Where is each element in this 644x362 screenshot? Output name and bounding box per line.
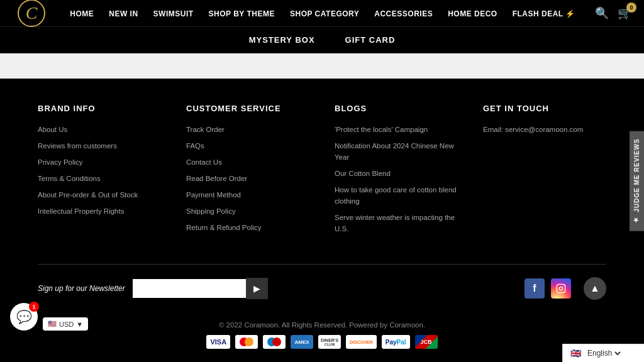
footer-link[interactable]: Reviews from customers — [38, 142, 117, 150]
footer-link[interactable]: About Us — [38, 126, 67, 133]
footer-link[interactable]: Notification About 2024 Chinese New Year — [335, 142, 454, 161]
svg-rect-0 — [557, 284, 565, 292]
footer-section-brand-info: BRAND INFOAbout UsReviews from customers… — [38, 104, 161, 239]
footer-section-blogs: BLOGS'Protect the locals' CampaignNotifi… — [335, 104, 458, 239]
footer-link[interactable]: FAQs — [186, 142, 204, 150]
language-selector[interactable]: 🇬🇧 English — [562, 344, 644, 362]
star-icon: ★ — [633, 216, 640, 224]
paypal-icon: PayPal — [382, 335, 410, 349]
svg-point-2 — [563, 285, 564, 287]
visa-icon: VISA — [206, 335, 230, 349]
footer-link[interactable]: Read Before Order — [186, 175, 247, 182]
maestro-icon — [263, 335, 286, 349]
footer-section-title-brand-info: BRAND INFO — [38, 104, 161, 113]
scroll-top-button[interactable]: ▲ — [584, 277, 606, 300]
nav-link-accessories[interactable]: ACCESSORIES — [374, 9, 433, 18]
primary-nav: HOMENEW INSWIMSUITSHOP BY THEMESHOP CATE… — [70, 8, 575, 19]
footer-link[interactable]: Track Order — [186, 126, 225, 133]
social-icons: f — [525, 278, 571, 299]
reviews-label: JUDGE ME REVIEWS — [633, 138, 640, 212]
newsletter-submit[interactable]: ▶ — [246, 278, 268, 299]
footer-section-title-customer-service: CUSTOMER SERVICE — [186, 104, 309, 113]
cart-count: 0 — [626, 3, 636, 13]
hero-strip — [0, 53, 644, 79]
footer-section-title-blogs: BLOGS — [335, 104, 458, 113]
footer-link[interactable]: Terms & Conditions — [38, 175, 101, 182]
footer-columns: BRAND INFOAbout UsReviews from customers… — [38, 104, 606, 258]
footer-section-get-in-touch: GET IN TOUCHEmail: service@coramoon.com — [483, 104, 606, 239]
footer-section-customer-service: CUSTOMER SERVICETrack OrderFAQsContact U… — [186, 104, 309, 239]
nav-link-home-deco[interactable]: HOME DECO — [448, 9, 497, 18]
footer-section-title-get-in-touch: GET IN TOUCH — [483, 104, 606, 113]
language-select[interactable]: English — [585, 348, 623, 358]
footer-link[interactable]: Return & Refund Policy — [186, 224, 262, 231]
discover-icon: DISCOVER — [346, 335, 377, 349]
newsletter-input[interactable] — [133, 279, 246, 298]
footer-link[interactable]: Privacy Policy — [38, 158, 83, 166]
search-button[interactable]: 🔍 — [595, 6, 609, 20]
currency-flag: 🇺🇸 — [48, 320, 57, 328]
logo[interactable]: C — [13, 0, 50, 27]
currency-selector[interactable]: 🇺🇸 USD ▼ — [43, 317, 88, 331]
footer-link[interactable]: How to take good care of cotton blend cl… — [335, 186, 457, 205]
site-footer: BRAND INFOAbout UsReviews from customers… — [0, 79, 644, 361]
secondary-nav: MYSTERY BOXGIFT CARD — [0, 26, 644, 53]
bottom-nav-link-mystery-box[interactable]: MYSTERY BOX — [249, 35, 315, 45]
footer-link[interactable]: About Pre-order & Out of Stock — [38, 191, 138, 199]
nav-icons: 🔍 🛒 0 — [595, 6, 631, 20]
footer-link[interactable]: 'Protect the locals' Campaign — [335, 126, 428, 133]
footer-divider — [38, 264, 606, 265]
jcb-icon: JCB — [415, 335, 438, 349]
payment-icons: VISA AMEX DINER'S CLUB DISCOVER PayPal J… — [38, 335, 606, 361]
logo-letter: C — [18, 0, 45, 27]
judge-me-reviews-tab[interactable]: ★ JUDGE ME REVIEWS — [630, 131, 644, 231]
amex-icon: AMEX — [291, 335, 313, 349]
nav-link-flash-deal[interactable]: FLASH DEAL ⚡ — [513, 9, 575, 18]
nav-link-new-in[interactable]: NEW IN — [109, 9, 138, 18]
chat-icon: 💬 — [16, 309, 32, 324]
nav-link-shop-by-theme[interactable]: SHOP BY THEME — [209, 9, 275, 18]
nav-link-swimsuit[interactable]: SWIMSUIT — [153, 9, 194, 18]
footer-link[interactable]: Intellectual Property Rights — [38, 207, 124, 215]
currency-arrow: ▼ — [76, 321, 83, 328]
language-flag: 🇬🇧 — [570, 348, 581, 358]
mastercard-icon — [235, 335, 258, 349]
cart-button[interactable]: 🛒 0 — [618, 6, 631, 20]
nav-link-shop-category[interactable]: SHOP CATEGORY — [290, 9, 359, 18]
footer-link[interactable]: Our Cotton Blend — [335, 170, 391, 177]
social-scroll-group: f ▲ — [525, 277, 606, 300]
newsletter-section: Sign up for our Newsletter ▶ — [38, 278, 268, 299]
chat-bubble[interactable]: 💬 1 — [10, 303, 38, 331]
facebook-icon[interactable]: f — [525, 278, 545, 299]
footer-link[interactable]: Contact Us — [186, 158, 222, 166]
footer-link[interactable]: Shipping Policy — [186, 207, 236, 215]
svg-point-1 — [559, 287, 562, 290]
dinersclub-icon: DINER'S CLUB — [318, 335, 341, 349]
site-header: C HOMENEW INSWIMSUITSHOP BY THEMESHOP CA… — [0, 0, 644, 53]
instagram-icon[interactable] — [551, 278, 571, 299]
newsletter-label: Sign up for our Newsletter — [38, 284, 125, 293]
nav-link-home[interactable]: HOME — [70, 9, 94, 18]
footer-bottom-row: Sign up for our Newsletter ▶ f ▲ — [38, 277, 606, 312]
newsletter-form: ▶ — [133, 278, 268, 299]
footer-link[interactable]: Serve winter weather is impacting the U.… — [335, 214, 455, 233]
footer-link[interactable]: Payment Method — [186, 191, 241, 199]
bottom-nav-link-gift-card[interactable]: GIFT CARD — [345, 35, 396, 45]
copyright-text: © 2022 Coramoon. All Rights Reserved. Po… — [38, 312, 606, 335]
footer-link[interactable]: Email: service@coramoon.com — [483, 126, 583, 133]
currency-label: USD — [59, 321, 74, 328]
chat-badge: 1 — [29, 302, 39, 312]
